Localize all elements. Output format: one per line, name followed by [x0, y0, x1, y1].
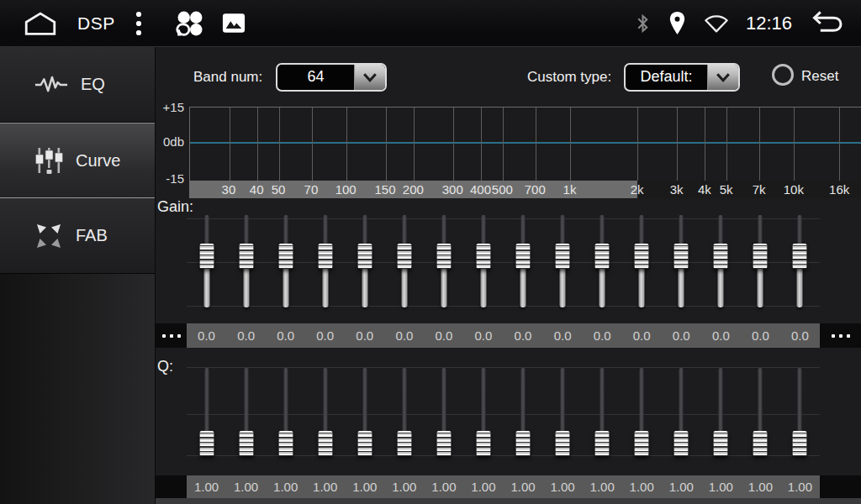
plot-gridline	[637, 108, 638, 181]
gain-band-slider[interactable]	[662, 212, 701, 309]
q-band-slider[interactable]	[583, 365, 622, 459]
slider-knob[interactable]	[476, 431, 490, 456]
sidebar-item-eq[interactable]: EQ	[0, 47, 155, 123]
q-band-slider[interactable]	[266, 365, 305, 459]
home-button[interactable]	[22, 11, 59, 36]
gain-band-slider[interactable]	[463, 212, 503, 309]
slider-knob[interactable]	[714, 244, 728, 269]
slider-knob[interactable]	[674, 431, 689, 456]
slider-knob[interactable]	[793, 244, 807, 269]
q-band-slider[interactable]	[345, 365, 384, 459]
slider-knob[interactable]	[476, 244, 490, 269]
gain-band-slider[interactable]	[424, 212, 463, 309]
eq-curve-plot[interactable]	[189, 107, 861, 181]
slider-knob[interactable]	[556, 244, 570, 269]
gallery-button[interactable]	[222, 13, 246, 34]
q-band-slider[interactable]	[662, 365, 701, 459]
q-band-slider[interactable]	[424, 365, 463, 459]
slider-knob[interactable]	[635, 244, 649, 269]
slider-knob[interactable]	[278, 431, 293, 456]
q-band-slider[interactable]	[543, 365, 583, 459]
gain-scroll-right-button[interactable]	[820, 323, 861, 348]
q-band-slider[interactable]	[187, 365, 226, 459]
back-button[interactable]	[809, 10, 846, 36]
slider-knob[interactable]	[753, 244, 768, 269]
gain-band-slider[interactable]	[305, 212, 345, 309]
slider-knob[interactable]	[357, 431, 372, 456]
slider-knob[interactable]	[436, 431, 451, 456]
slider-knob[interactable]	[793, 431, 807, 456]
q-scroll-right-button[interactable]	[820, 475, 861, 498]
gain-band-slider[interactable]	[543, 212, 583, 309]
sidebar-item-curve[interactable]: Curve	[0, 123, 155, 198]
gain-band-slider[interactable]	[701, 212, 741, 309]
slider-knob[interactable]	[674, 244, 689, 269]
freq-tick-label: 16k	[829, 181, 849, 198]
q-band-slider[interactable]	[226, 365, 266, 459]
gain-scroll-left-button[interactable]	[156, 323, 187, 348]
slider-track	[323, 368, 327, 433]
gain-band-slider[interactable]	[583, 212, 622, 309]
eq-wave-icon	[34, 73, 69, 97]
freq-tick-label: 30	[222, 181, 236, 198]
slider-knob[interactable]	[318, 431, 332, 456]
slider-knob[interactable]	[199, 431, 214, 456]
q-band-slider[interactable]	[741, 365, 780, 459]
slider-track	[441, 368, 446, 433]
slider-knob[interactable]	[397, 244, 411, 269]
slider-knob[interactable]	[753, 431, 768, 456]
freq-axis[interactable]: 304050701001502003004005007001k2k3k4k5k7…	[189, 181, 861, 198]
custom-type-dropdown[interactable]: Default:	[624, 63, 740, 92]
q-band-slider[interactable]	[384, 365, 424, 459]
slider-knob[interactable]	[239, 244, 253, 269]
slider-knob[interactable]	[357, 244, 372, 269]
q-band-slider[interactable]	[622, 365, 662, 459]
apps-launcher-button[interactable]	[176, 9, 203, 37]
chevron-down-icon	[713, 68, 733, 87]
q-band-slider[interactable]	[305, 365, 345, 459]
slider-knob[interactable]	[516, 431, 531, 456]
gain-band-slider[interactable]	[187, 212, 226, 309]
gain-band-slider[interactable]	[622, 212, 662, 309]
plot-gridline	[726, 108, 727, 181]
q-band-slider[interactable]	[463, 365, 503, 459]
gain-band-slider[interactable]	[266, 212, 305, 309]
slider-knob[interactable]	[556, 431, 570, 456]
reset-radio-button[interactable]	[772, 64, 794, 86]
gain-band-slider[interactable]	[741, 212, 780, 309]
q-band-value: 1.00	[741, 475, 780, 498]
overflow-menu-button[interactable]	[134, 11, 144, 36]
q-band-slider[interactable]	[780, 365, 820, 459]
slider-track	[600, 368, 605, 433]
slider-knob[interactable]	[436, 244, 451, 269]
slider-track-lower	[203, 267, 209, 307]
custom-type-value: Default:	[626, 65, 707, 90]
slider-knob[interactable]	[397, 431, 411, 456]
q-band-value: 1.00	[187, 475, 226, 498]
gain-band-slider[interactable]	[384, 212, 424, 309]
slider-knob[interactable]	[595, 431, 610, 456]
freq-tick-label: 500	[492, 181, 513, 198]
slider-knob[interactable]	[595, 244, 610, 269]
gain-band-slider[interactable]	[780, 212, 820, 309]
slider-knob[interactable]	[199, 244, 214, 269]
sidebar-item-fab[interactable]: FAB	[0, 198, 155, 274]
custom-type-dropdown-button[interactable]	[707, 65, 738, 90]
band-num-dropdown-button[interactable]	[354, 65, 385, 90]
q-band-slider[interactable]	[504, 365, 543, 459]
q-band-slider[interactable]	[701, 365, 741, 459]
slider-knob[interactable]	[278, 244, 293, 269]
slider-knob[interactable]	[714, 431, 728, 456]
gain-band-slider[interactable]	[226, 212, 266, 309]
plot-gridline	[257, 108, 258, 181]
slider-knob[interactable]	[635, 431, 649, 456]
gain-band-slider[interactable]	[345, 212, 384, 309]
q-band-value: 1.00	[701, 475, 741, 498]
slider-knob[interactable]	[239, 431, 253, 456]
slider-knob[interactable]	[318, 244, 332, 269]
band-num-dropdown[interactable]: 64	[276, 63, 387, 92]
gain-band-slider[interactable]	[504, 212, 543, 309]
q-scroll-left-button[interactable]	[156, 475, 187, 498]
slider-knob[interactable]	[516, 244, 531, 269]
gain-band-value: 0.0	[622, 323, 662, 348]
